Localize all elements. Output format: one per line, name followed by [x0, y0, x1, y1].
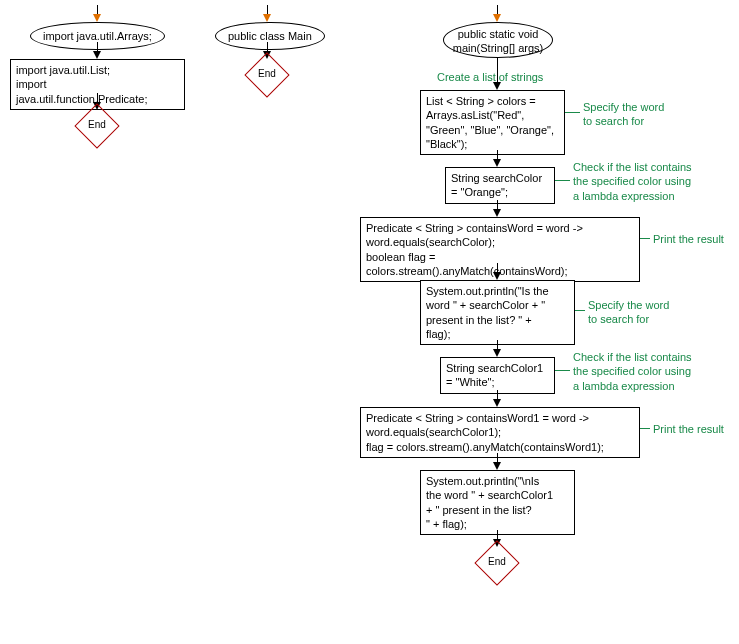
node-text: Predicate < String > containsWord = word…: [366, 222, 583, 277]
comment-print-1: Print the result: [653, 232, 724, 246]
comment-connector: [565, 112, 580, 113]
arrow-head-icon: [263, 14, 271, 22]
code-node-println-1: System.out.println("Is the word " + sear…: [420, 280, 575, 345]
comment-connector: [575, 310, 585, 311]
comment-check-1: Check if the list contains the specified…: [573, 160, 692, 203]
end-label: End: [81, 119, 113, 130]
comment-check-2: Check if the list contains the specified…: [573, 350, 692, 393]
code-node-searchcolor: String searchColor = "Orange";: [445, 167, 555, 204]
node-text: String searchColor = "Orange";: [451, 172, 542, 198]
arrow-head-icon: [493, 14, 501, 22]
arrow-head-icon: [493, 209, 501, 217]
arrow-head-icon: [493, 82, 501, 90]
node-text: System.out.println("Is the word " + sear…: [426, 285, 549, 340]
start-node-f2: public class Main: [215, 22, 325, 50]
comment-specify-word-2: Specify the word to search for: [588, 298, 669, 327]
node-text: String searchColor1 = "White";: [446, 362, 543, 388]
flowchart-canvas: import java.util.Arrays; import java.uti…: [0, 0, 739, 644]
end-node-f1: End: [81, 110, 113, 142]
end-label: End: [481, 556, 513, 567]
node-text: Predicate < String > containsWord1 = wor…: [366, 412, 604, 453]
end-label: End: [251, 68, 283, 79]
node-text: import java.util.List; import java.util.…: [16, 64, 147, 105]
arrow-head-icon: [93, 51, 101, 59]
end-node-f2: End: [251, 59, 283, 91]
comment-specify-word-1: Specify the word to search for: [583, 100, 664, 129]
node-text: public static void main(String[] args): [453, 28, 543, 54]
code-node-predicate-2: Predicate < String > containsWord1 = wor…: [360, 407, 640, 458]
connector-line: [497, 58, 498, 83]
start-node-f3: public static void main(String[] args): [443, 22, 553, 58]
node-text: System.out.println("\nIs the word " + se…: [426, 475, 553, 530]
comment-create-list: Create a list of strings: [437, 70, 543, 84]
arrow-head-icon: [493, 349, 501, 357]
code-node-list: List < String > colors = Arrays.asList("…: [420, 90, 565, 155]
comment-connector: [640, 428, 650, 429]
code-node-searchcolor1: String searchColor1 = "White";: [440, 357, 555, 394]
arrow-head-icon: [493, 462, 501, 470]
comment-connector: [640, 238, 650, 239]
comment-print-2: Print the result: [653, 422, 724, 436]
arrow-head-icon: [93, 14, 101, 22]
comment-connector: [555, 370, 570, 371]
arrow-head-icon: [493, 399, 501, 407]
arrow-head-icon: [493, 159, 501, 167]
node-text: List < String > colors = Arrays.asList("…: [426, 95, 554, 150]
end-node-f3: End: [481, 547, 513, 579]
code-node-println-2: System.out.println("\nIs the word " + se…: [420, 470, 575, 535]
arrow-head-icon: [493, 272, 501, 280]
comment-connector: [555, 180, 570, 181]
